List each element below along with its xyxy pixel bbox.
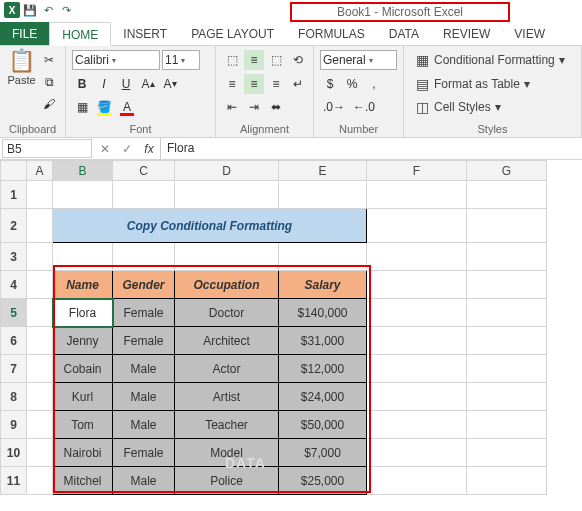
cell[interactable]: Kurl — [53, 383, 113, 411]
cell[interactable]: Mitchel — [53, 467, 113, 495]
row-header[interactable]: 10 — [1, 439, 27, 467]
italic-button[interactable]: I — [94, 74, 114, 94]
row-header[interactable]: 1 — [1, 181, 27, 209]
cell[interactable]: Male — [113, 411, 175, 439]
cell[interactable]: Cobain — [53, 355, 113, 383]
undo-icon[interactable]: ↶ — [40, 2, 56, 18]
fx-icon[interactable]: fx — [138, 138, 160, 159]
cell[interactable]: $7,000 — [279, 439, 367, 467]
header-occupation[interactable]: Occupation — [175, 271, 279, 299]
cell[interactable]: Artist — [175, 383, 279, 411]
cell[interactable]: Model — [175, 439, 279, 467]
row-header[interactable]: 4 — [1, 271, 27, 299]
tab-review[interactable]: REVIEW — [431, 22, 502, 45]
percent-format-icon[interactable]: % — [342, 74, 362, 94]
align-center-icon[interactable]: ≡ — [244, 74, 264, 94]
select-all-corner[interactable] — [1, 161, 27, 181]
header-salary[interactable]: Salary — [279, 271, 367, 299]
col-header[interactable]: C — [113, 161, 175, 181]
tab-file[interactable]: FILE — [0, 22, 49, 45]
fill-color-button[interactable]: 🪣 — [94, 97, 115, 117]
increase-indent-icon[interactable]: ⇥ — [244, 97, 264, 117]
cell[interactable]: Doctor — [175, 299, 279, 327]
number-format-combo[interactable]: General▾ — [320, 50, 397, 70]
paste-button[interactable]: 📋 Paste — [6, 50, 37, 114]
cell-b5[interactable]: Flora — [53, 299, 113, 327]
tab-home[interactable]: HOME — [49, 22, 111, 46]
row-header[interactable]: 3 — [1, 243, 27, 271]
cut-icon[interactable]: ✂ — [39, 50, 59, 70]
cell[interactable]: Female — [113, 439, 175, 467]
increase-decimal-icon[interactable]: .0→ — [320, 97, 348, 117]
row-header[interactable]: 8 — [1, 383, 27, 411]
header-gender[interactable]: Gender — [113, 271, 175, 299]
format-as-table-button[interactable]: ▤Format as Table▾ — [410, 74, 575, 94]
cell[interactable]: Teacher — [175, 411, 279, 439]
decrease-decimal-icon[interactable]: ←.0 — [350, 97, 378, 117]
col-header[interactable]: D — [175, 161, 279, 181]
cell[interactable]: $12,000 — [279, 355, 367, 383]
save-icon[interactable]: 💾 — [22, 2, 38, 18]
wrap-text-icon[interactable]: ↵ — [288, 74, 308, 94]
align-top-icon[interactable]: ⬚ — [222, 50, 242, 70]
tab-insert[interactable]: INSERT — [111, 22, 179, 45]
row-header[interactable]: 11 — [1, 467, 27, 495]
cell[interactable]: Male — [113, 467, 175, 495]
cell[interactable]: Tom — [53, 411, 113, 439]
redo-icon[interactable]: ↷ — [58, 2, 74, 18]
font-size-combo[interactable]: 11▾ — [162, 50, 200, 70]
cell[interactable]: Male — [113, 383, 175, 411]
row-header[interactable]: 2 — [1, 209, 27, 243]
format-painter-icon[interactable]: 🖌 — [39, 94, 59, 114]
conditional-formatting-button[interactable]: ▦Conditional Formatting▾ — [410, 50, 575, 70]
accounting-format-icon[interactable]: $ — [320, 74, 340, 94]
bold-button[interactable]: B — [72, 74, 92, 94]
orientation-icon[interactable]: ⟲ — [288, 50, 308, 70]
cell[interactable]: Police — [175, 467, 279, 495]
tab-formulas[interactable]: FORMULAS — [286, 22, 377, 45]
align-bottom-icon[interactable]: ⬚ — [266, 50, 286, 70]
enter-formula-icon[interactable]: ✓ — [116, 138, 138, 159]
underline-button[interactable]: U — [116, 74, 136, 94]
cell[interactable]: Architect — [175, 327, 279, 355]
cell[interactable]: Actor — [175, 355, 279, 383]
row-header[interactable]: 6 — [1, 327, 27, 355]
cancel-formula-icon[interactable]: ✕ — [94, 138, 116, 159]
merge-center-icon[interactable]: ⬌ — [266, 97, 286, 117]
cell[interactable]: Male — [113, 355, 175, 383]
tab-view[interactable]: VIEW — [502, 22, 557, 45]
row-header[interactable]: 5 — [1, 299, 27, 327]
cell[interactable]: Nairobi — [53, 439, 113, 467]
col-header[interactable]: B — [53, 161, 113, 181]
increase-font-icon[interactable]: A▴ — [138, 74, 158, 94]
borders-button[interactable]: ▦ — [72, 97, 92, 117]
font-name-combo[interactable]: Calibri▾ — [72, 50, 160, 70]
cell[interactable]: Jenny — [53, 327, 113, 355]
cell[interactable]: $50,000 — [279, 411, 367, 439]
formula-input[interactable]: Flora — [160, 138, 582, 159]
copy-icon[interactable]: ⧉ — [39, 72, 59, 92]
cell[interactable]: Female — [113, 299, 175, 327]
cell[interactable]: $24,000 — [279, 383, 367, 411]
decrease-font-icon[interactable]: A▾ — [160, 74, 180, 94]
col-header[interactable]: E — [279, 161, 367, 181]
cell[interactable]: Female — [113, 327, 175, 355]
decrease-indent-icon[interactable]: ⇤ — [222, 97, 242, 117]
row-header[interactable]: 9 — [1, 411, 27, 439]
col-header[interactable]: F — [367, 161, 467, 181]
cell-styles-button[interactable]: ◫Cell Styles▾ — [410, 97, 575, 117]
col-header[interactable]: A — [27, 161, 53, 181]
cell[interactable]: $25,000 — [279, 467, 367, 495]
row-header[interactable]: 7 — [1, 355, 27, 383]
tab-data[interactable]: DATA — [377, 22, 431, 45]
title-cell[interactable]: Copy Conditional Formatting — [53, 209, 367, 243]
font-color-button[interactable]: A — [117, 97, 137, 117]
header-name[interactable]: Name — [53, 271, 113, 299]
cell[interactable]: $31,000 — [279, 327, 367, 355]
align-left-icon[interactable]: ≡ — [222, 74, 242, 94]
col-header[interactable]: G — [467, 161, 547, 181]
name-box[interactable]: B5 — [2, 139, 92, 158]
align-middle-icon[interactable]: ≡ — [244, 50, 264, 70]
align-right-icon[interactable]: ≡ — [266, 74, 286, 94]
tab-page-layout[interactable]: PAGE LAYOUT — [179, 22, 286, 45]
